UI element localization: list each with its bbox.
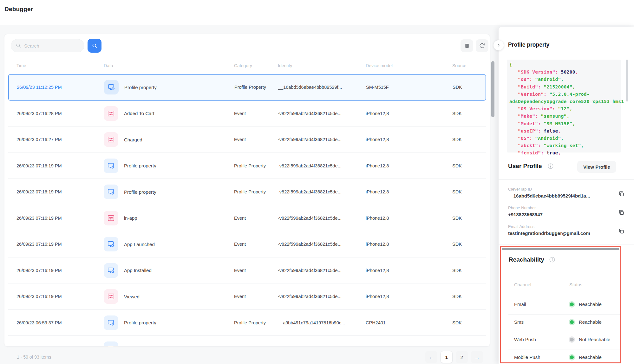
info-icon <box>549 256 556 263</box>
table-vertical-scrollbar[interactable] <box>491 61 494 117</box>
cell-source: SDK <box>452 189 486 194</box>
event-name-label: Profile property <box>124 163 156 168</box>
info-icon <box>547 163 554 170</box>
top-bar: Debugger <box>0 0 634 25</box>
reachability-status: Not Reachable <box>579 337 610 342</box>
json-code-line: "OS": "Android", <box>509 135 621 142</box>
copy-button[interactable] <box>618 209 626 216</box>
table-row[interactable]: 26/09/23 07:16:19 PM Profile propertyPro… <box>8 153 486 179</box>
pause-stream-button[interactable] <box>461 39 473 52</box>
reachability-top-scrollbar <box>502 248 619 250</box>
json-code-line: adsDependencyUpgrade_core520_xps153_hms1 <box>509 98 621 105</box>
table-row[interactable]: 26/09/23 07:16:27 PM ChargedEvent-v822f5… <box>8 127 486 153</box>
search-box[interactable] <box>11 39 84 52</box>
cell-time: 26/09/23 07:16:19 PM <box>16 163 104 168</box>
cell-data: Profile property <box>104 80 234 94</box>
event-name-label: Added To Cart <box>124 111 154 116</box>
table-row[interactable]: 26/09/23 07:16:19 PM in-appEvent-v822f59… <box>8 205 486 231</box>
panel-collapse-button[interactable] <box>493 40 504 50</box>
field-value: __16abd5d6ebae4bbb89529f4bd1a... <box>508 193 624 198</box>
device-gear-icon <box>107 345 115 347</box>
cell-source: SDK <box>452 320 486 325</box>
table-row[interactable]: 26/09/23 07:16:28 PM Added To CartEvent-… <box>8 101 486 127</box>
field-value: +918823568947 <box>508 212 624 217</box>
pagination-buttons: ← 12 → <box>425 351 483 363</box>
page-button-2[interactable]: 2 <box>456 351 468 363</box>
cell-data: Charged <box>104 132 234 147</box>
refresh-button[interactable] <box>476 39 488 52</box>
profile-field-clevertap-id: CleverTap ID__16abd5d6ebae4bbb89529f4bd1… <box>508 187 624 200</box>
event-sliders-icon <box>107 109 115 118</box>
prev-page-button[interactable]: ← <box>425 351 437 363</box>
table-row[interactable]: 26/09/23 07:16:19 PM App LaunchedEvent-v… <box>8 231 486 257</box>
reachability-title: Reachability <box>509 256 544 263</box>
profile-property-icon-badge <box>104 315 118 330</box>
table-toolbar <box>4 34 490 57</box>
device-gear-icon <box>107 83 115 91</box>
json-code-line: "fcmsid": true, <box>509 149 621 157</box>
device-gear-icon <box>107 240 115 248</box>
table-row[interactable]: 26/09/23 07:16:19 PM ViewedEvent-v822f59… <box>8 283 486 310</box>
pagination-info: 1 - 50 of 93 items <box>17 354 51 360</box>
table-row[interactable]: 26/09/23 07:16:19 PM App InstalledEvent-… <box>8 257 486 284</box>
search-icon <box>92 43 98 49</box>
cell-data: Viewed <box>104 289 234 304</box>
column-header-device-model: Device model <box>366 63 452 68</box>
field-value: testintegrationdrbugger@gmail.com <box>508 231 624 236</box>
table-row[interactable]: 26/09/23 06:59:37 PM Profile propertyPro… <box>8 310 486 336</box>
cell-category: Event <box>234 111 278 116</box>
json-code-line: "Version": "5.2.0.4-prod- <box>509 91 621 98</box>
json-code-line: { <box>509 61 621 68</box>
next-page-button[interactable]: → <box>471 351 483 363</box>
event-name-label: Profile property <box>124 85 157 90</box>
cell-time: 26/09/23 07:16:28 PM <box>16 111 104 116</box>
cell-device: iPhone12,8 <box>366 294 452 299</box>
cell-source: SDK <box>452 294 486 299</box>
cell-category: Profile Property <box>234 163 278 168</box>
event-json-viewer[interactable]: { "SDK Version": 50200, "os": "android",… <box>507 60 621 153</box>
event-name-label: Viewed <box>124 294 140 299</box>
column-header-data: Data <box>104 63 234 68</box>
cell-identity: -v822f599ab2ad4f36821c5de... <box>278 294 366 299</box>
event-icon-badge <box>104 132 118 147</box>
page-button-1[interactable]: 1 <box>441 351 453 363</box>
view-profile-button[interactable]: View Profile <box>577 161 616 173</box>
profile-property-icon-badge <box>104 263 118 278</box>
table-row-partial[interactable] <box>8 336 486 347</box>
table-row[interactable]: 26/09/23 11:12:25 PM Profile propertyPro… <box>8 74 486 101</box>
json-code-line: "Model": "SM-M515F", <box>509 120 621 127</box>
field-label: Phone Number <box>508 205 624 210</box>
column-header-time: Time <box>16 63 104 68</box>
json-code-line: "abckt": "working_set", <box>509 142 621 149</box>
pagination-bar: 1 - 50 of 93 items ← 12 → <box>4 350 490 364</box>
reachable-dot-icon <box>570 302 574 306</box>
chevron-right-icon <box>496 43 501 48</box>
cell-data: Added To Cart <box>104 106 234 121</box>
cell-identity: -v822f599ab2ad4f36821c5de... <box>278 268 366 273</box>
panel-vertical-scrollbar[interactable] <box>626 60 628 101</box>
copy-button[interactable] <box>618 190 626 198</box>
device-gear-icon <box>107 162 115 170</box>
copy-button[interactable] <box>618 227 626 235</box>
search-input[interactable] <box>24 43 78 49</box>
event-name-label: App Installed <box>124 268 152 273</box>
cell-category: Profile Property <box>234 189 278 194</box>
cell-identity: __a9bb491c79a14197816b90c... <box>278 320 366 325</box>
cell-device: iPhone12,8 <box>366 242 452 247</box>
reachability-status: Reachable <box>579 319 602 325</box>
cell-category: Event <box>234 137 278 142</box>
copy-icon <box>618 209 624 216</box>
field-label: CleverTap ID <box>508 187 624 192</box>
table-row[interactable]: 26/09/23 07:16:19 PM Profile propertyPro… <box>8 179 486 205</box>
cell-time: 26/09/23 07:16:27 PM <box>16 137 104 142</box>
search-submit-button[interactable] <box>88 39 101 53</box>
column-header-source: Source <box>452 63 490 68</box>
arrow-left-icon: ← <box>428 354 434 360</box>
cell-time: 26/09/23 07:16:19 PM <box>16 242 104 247</box>
cell-device: iPhone12,8 <box>366 137 452 142</box>
json-code-line: "Make": "samsung", <box>509 113 621 120</box>
cell-category: Event <box>234 216 278 221</box>
reachability-info-icon[interactable] <box>549 256 556 263</box>
user-profile-info-icon[interactable] <box>547 163 554 170</box>
refresh-icon <box>479 42 485 49</box>
